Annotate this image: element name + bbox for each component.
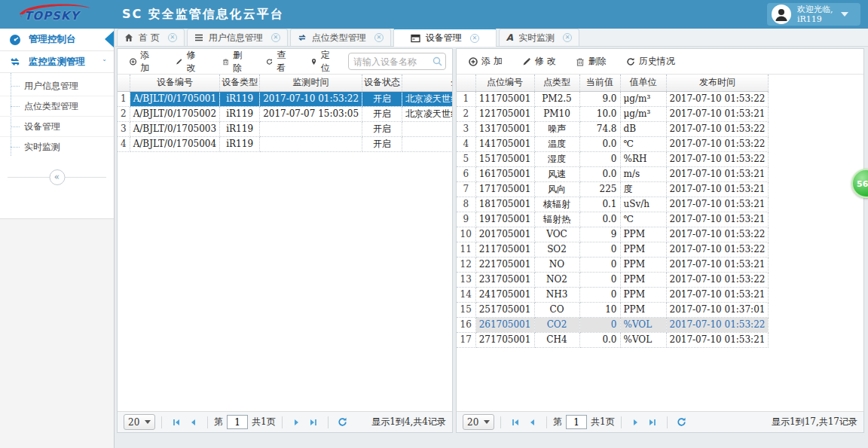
tab-home[interactable]: 首 页 ✕: [117, 29, 185, 46]
sidebar-item-point-type[interactable]: 点位类型管理: [0, 96, 114, 117]
history-button[interactable]: 历史情况: [620, 52, 681, 71]
prev-page-button[interactable]: [524, 414, 540, 431]
prev-page-button[interactable]: [185, 414, 201, 431]
column-header-rownum[interactable]: [118, 75, 130, 91]
tab-user-info[interactable]: 用户信息管理 ✕: [187, 29, 288, 46]
pin-icon: [310, 57, 317, 66]
table-cell: 2: [457, 106, 475, 121]
tab-label: 设备管理: [426, 32, 462, 44]
table-row[interactable]: 7171705001风向225度2017-07-10 01:53:21: [457, 181, 769, 197]
table-cell: PM2.5: [534, 91, 579, 106]
page-number-input[interactable]: [227, 415, 248, 429]
table-cell: 2017-07-10 01:53:21: [666, 197, 769, 212]
column-header[interactable]: 企业名称: [402, 75, 452, 91]
page-size-select[interactable]: 20: [463, 414, 494, 430]
main-area: 首 页 ✕ 用户信息管理 ✕ 点位类型管理 ✕: [115, 29, 868, 448]
sidebar-group-monitor[interactable]: 监控监测管理 ˅: [0, 50, 114, 72]
sidebar-item-realtime[interactable]: 实时监测: [0, 137, 114, 157]
table-row[interactable]: 16261705001CO20%VOL2017-07-10 01:53:22: [457, 317, 769, 332]
table-row[interactable]: 3A/BJLT/0/1705003iR119开启: [118, 121, 452, 136]
table-row[interactable]: 14241705001NH30PPM2017-07-10 01:53:21: [457, 287, 769, 302]
table-row[interactable]: 5151705001湿度0%RH2017-07-10 01:53:22: [457, 151, 769, 166]
table-cell: 74.8: [579, 121, 620, 136]
column-header[interactable]: 值单位: [620, 75, 666, 91]
add-button[interactable]: 添 加: [124, 48, 162, 78]
column-header[interactable]: 设备状态: [362, 75, 402, 91]
sidebar-collapse-strip: «: [0, 166, 114, 189]
reload-button[interactable]: [674, 414, 690, 431]
delete-button[interactable]: 删除: [216, 48, 252, 78]
table-row[interactable]: 15251705001CO10PPM2017-07-10 01:37:01: [457, 302, 769, 317]
edit-button[interactable]: 修 改: [170, 48, 208, 78]
tab-close-icon[interactable]: ✕: [563, 33, 572, 42]
last-page-button[interactable]: [644, 414, 661, 431]
column-header[interactable]: 设备类型: [220, 75, 260, 91]
panel-collapse-arrow-icon[interactable]: [105, 31, 114, 47]
table-row[interactable]: 13231705001NO20PPM2017-07-10 01:53:22: [457, 272, 769, 287]
table-cell: 0: [579, 151, 620, 166]
table-cell: 2017-07-10 01:53:21: [666, 166, 769, 181]
table-row[interactable]: 3131705001噪声74.8dB2017-07-10 01:53:22: [457, 121, 769, 136]
view-button[interactable]: 查看: [260, 48, 296, 78]
sidebar-item-device[interactable]: 设备管理: [0, 117, 114, 137]
column-header[interactable]: 发布时间: [666, 75, 769, 91]
page-number-input[interactable]: [566, 415, 587, 429]
column-header[interactable]: 当前值: [579, 75, 620, 91]
column-header[interactable]: 监测时间: [260, 75, 362, 91]
tab-close-icon[interactable]: ✕: [470, 34, 479, 43]
table-row[interactable]: 1A/BJLT/0/1705001iR1192017-07-10 01:53:2…: [118, 91, 452, 106]
table-row[interactable]: 8181705001核辐射0.1uSv/h2017-07-10 01:53:21: [457, 197, 769, 212]
point-toolbar: 添 加 修 改 删除 历史情况: [457, 49, 863, 75]
table-row[interactable]: 10201705001VOC9PPM2017-07-10 01:53:22: [457, 227, 769, 242]
reload-button[interactable]: [335, 414, 351, 431]
table-cell: 2017-07-10 01:53:21: [666, 332, 769, 347]
table-cell: 风速: [534, 166, 579, 181]
table-row[interactable]: 17271705001CH40.0%VOL2017-07-10 01:53:21: [457, 332, 769, 347]
table-row[interactable]: 2121705001PM1010.0μg/m³2017-07-10 01:53:…: [457, 106, 769, 121]
delete-button[interactable]: 删除: [570, 52, 613, 71]
table-row[interactable]: 2A/BJLT/0/1705002iR1192017-07-07 15:03:0…: [118, 106, 452, 121]
table-row[interactable]: 1111705001PM2.59.0μg/m³2017-07-10 01:53:…: [457, 91, 769, 106]
next-page-button[interactable]: [289, 414, 305, 431]
add-button[interactable]: 添 加: [463, 52, 509, 71]
table-row[interactable]: 9191705001辐射热0.0℃2017-07-10 01:53:21: [457, 212, 769, 227]
table-cell: 261705001: [475, 317, 534, 332]
sidebar-item-console[interactable]: 管理控制台: [0, 29, 114, 50]
column-header[interactable]: 点类型: [534, 75, 579, 91]
table-cell: 湿度: [534, 151, 579, 166]
tab-device-management[interactable]: 设备管理 ✕: [393, 28, 497, 47]
first-page-button[interactable]: [168, 414, 185, 431]
search-icon[interactable]: [432, 56, 442, 69]
sync-icon: [298, 33, 307, 42]
locate-button[interactable]: 定位: [304, 48, 341, 78]
table-row[interactable]: 4141705001温度0.0℃2017-07-10 01:53:22: [457, 136, 769, 151]
page-size-select[interactable]: 20: [124, 414, 155, 430]
table-row[interactable]: 11211705001SO20PPM2017-07-10 01:53:22: [457, 242, 769, 257]
column-header[interactable]: 设备编号: [130, 75, 220, 91]
table-cell: 噪声: [534, 121, 579, 136]
tab-close-icon[interactable]: ✕: [168, 33, 177, 42]
table-cell: 温度: [534, 136, 579, 151]
table-cell: PM10: [534, 106, 579, 121]
select-caret-icon: [484, 420, 490, 424]
tab-close-icon[interactable]: ✕: [374, 33, 384, 42]
column-header[interactable]: 点位编号: [475, 75, 534, 91]
tab-point-type[interactable]: 点位类型管理 ✕: [290, 29, 391, 46]
edit-button[interactable]: 修 改: [516, 52, 562, 71]
table-cell: 北京凌天世纪控股股份有限公司: [402, 91, 452, 106]
table-row[interactable]: 6161705001风速0.0m/s2017-07-10 01:53:21: [457, 166, 769, 181]
table-cell: 16: [457, 317, 475, 332]
user-menu[interactable]: 欢迎光临, iR119: [767, 3, 860, 26]
column-header-rownum[interactable]: [457, 75, 475, 91]
table-row[interactable]: 4A/BJLT/0/1705004iR119开启: [118, 136, 452, 151]
tab-close-icon[interactable]: ✕: [271, 33, 280, 42]
sidebar-item-user-info[interactable]: 用户信息管理: [0, 76, 114, 96]
last-page-button[interactable]: [305, 414, 322, 431]
device-search-input[interactable]: [348, 53, 446, 70]
first-page-button[interactable]: [507, 414, 524, 431]
sidebar-collapse-button[interactable]: «: [49, 169, 65, 185]
next-page-button[interactable]: [628, 414, 644, 431]
tab-realtime-monitor[interactable]: A 实时监测 ✕: [499, 29, 579, 46]
table-row[interactable]: 12221705001NO0PPM2017-07-10 01:53:21: [457, 257, 769, 272]
table-cell: 2017-07-10 01:53:21: [666, 106, 769, 121]
